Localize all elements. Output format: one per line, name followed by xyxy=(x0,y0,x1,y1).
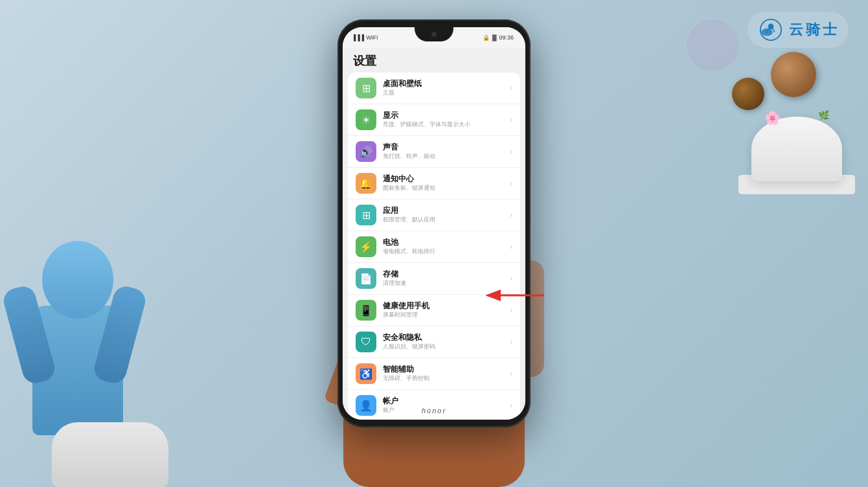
time-display: 09:36 xyxy=(499,34,514,41)
health-subtitle: 屏幕时间管理 xyxy=(383,311,510,319)
apps-content: 应用权限管理、默认应用 xyxy=(383,206,510,223)
wifi-icon: WiFi xyxy=(366,34,378,41)
display-content: 显示亮度、护眼模式、字体与显示大小 xyxy=(383,111,510,128)
display-subtitle: 亮度、护眼模式、字体与显示大小 xyxy=(383,121,510,129)
settings-item-wallpaper[interactable]: ⊞桌面和壁纸主题› xyxy=(348,73,520,104)
notification-icon: 🔔 xyxy=(356,173,376,194)
security-subtitle: 人脸识别、锁屏密码 xyxy=(383,343,510,351)
security-arrow: › xyxy=(510,337,512,346)
storage-title: 存储 xyxy=(383,269,510,280)
battery-arrow: › xyxy=(510,242,512,251)
settings-item-display[interactable]: ☀显示亮度、护眼模式、字体与显示大小› xyxy=(348,104,520,136)
assistant-arrow: › xyxy=(510,369,512,378)
display-icon: ☀ xyxy=(356,109,376,130)
notification-subtitle: 图标鱼标、锁屏通知 xyxy=(383,185,510,192)
settings-item-security[interactable]: 🛡安全和隐私人脸识别、锁屏密码› xyxy=(348,326,520,358)
assistant-content: 智能辅助无障碍、手势控制 xyxy=(383,365,510,382)
phone-screen: ▐▐▐ WiFi 🔒 ▓ 09:36 设置 ⊞桌面和壁纸主题›☀显示亮度、护眼模… xyxy=(343,27,525,420)
security-title: 安全和隐私 xyxy=(383,333,510,343)
notification-content: 通知中心图标鱼标、锁屏通知 xyxy=(383,174,510,192)
settings-list: ⊞桌面和壁纸主题›☀显示亮度、护眼模式、字体与显示大小›🔊声音免打扰、铃声、振动… xyxy=(348,73,520,420)
battery-icon: ⚡ xyxy=(356,236,376,257)
phone-hand-container: ▐▐▐ WiFi 🔒 ▓ 09:36 设置 ⊞桌面和壁纸主题›☀显示亮度、护眼模… xyxy=(304,0,564,487)
settings-item-account[interactable]: 👤帐户账户› xyxy=(348,390,520,420)
settings-item-sound[interactable]: 🔊声音免打扰、铃声、振动› xyxy=(348,136,520,168)
settings-item-assistant[interactable]: ♿智能辅助无障碍、手势控制› xyxy=(348,358,520,390)
storage-icon: 📄 xyxy=(356,268,376,289)
assistant-title: 智能辅助 xyxy=(383,365,510,375)
security-icon: 🛡 xyxy=(356,332,376,352)
battery-subtitle: 省电模式、耗电排行 xyxy=(383,248,510,256)
sound-title: 声音 xyxy=(383,142,510,153)
assistant-subtitle: 无障碍、手势控制 xyxy=(383,375,510,383)
display-arrow: › xyxy=(510,115,512,124)
phone-notch xyxy=(415,27,453,41)
account-title: 帐户 xyxy=(383,396,510,407)
battery-icon: ▓ xyxy=(492,34,497,41)
account-arrow: › xyxy=(510,401,512,410)
wallpaper-title: 桌面和壁纸 xyxy=(383,79,510,89)
wallpaper-content: 桌面和壁纸主题 xyxy=(383,79,510,96)
settings-title: 设置 xyxy=(343,48,525,73)
notification-title: 通知中心 xyxy=(383,174,510,185)
apps-icon: ⊞ xyxy=(356,205,376,225)
bg-decoration-left xyxy=(0,163,272,487)
annotation-arrow xyxy=(486,282,551,311)
phone-device: ▐▐▐ WiFi 🔒 ▓ 09:36 设置 ⊞桌面和壁纸主题›☀显示亮度、护眼模… xyxy=(337,19,531,427)
lock-icon: 🔒 xyxy=(483,34,490,41)
assistant-icon: ♿ xyxy=(356,363,376,384)
storage-arrow: › xyxy=(510,274,512,283)
sound-arrow: › xyxy=(510,147,512,156)
battery-title: 电池 xyxy=(383,238,510,248)
apps-subtitle: 权限管理、默认应用 xyxy=(383,216,510,224)
apps-title: 应用 xyxy=(383,206,510,216)
sound-subtitle: 免打扰、铃声、振动 xyxy=(383,153,510,161)
settings-item-battery[interactable]: ⚡电池省电模式、耗电排行› xyxy=(348,231,520,263)
wallpaper-subtitle: 主题 xyxy=(383,89,510,97)
settings-item-apps[interactable]: ⊞应用权限管理、默认应用› xyxy=(348,199,520,231)
account-icon: 👤 xyxy=(356,395,376,416)
status-left: ▐▐▐ WiFi xyxy=(352,34,378,41)
notification-arrow: › xyxy=(510,179,512,188)
sound-icon: 🔊 xyxy=(356,141,376,162)
honor-brand: honor xyxy=(422,407,446,414)
brand-logo: 云骑士 xyxy=(748,12,849,48)
wallpaper-arrow: › xyxy=(510,84,512,93)
status-right: 🔒 ▓ 09:36 xyxy=(483,34,514,41)
wallpaper-icon: ⊞ xyxy=(356,78,376,98)
battery-content: 电池省电模式、耗电排行 xyxy=(383,238,510,255)
brand-text: 云骑士 xyxy=(789,20,839,40)
security-content: 安全和隐私人脸识别、锁屏密码 xyxy=(383,333,510,350)
settings-item-notification[interactable]: 🔔通知中心图标鱼标、锁屏通知› xyxy=(348,168,520,199)
svg-line-4 xyxy=(773,28,775,32)
health-icon: 📱 xyxy=(356,300,376,321)
signal-icon: ▐▐▐ xyxy=(352,34,364,41)
display-title: 显示 xyxy=(383,111,510,121)
settings-page[interactable]: 设置 ⊞桌面和壁纸主题›☀显示亮度、护眼模式、字体与显示大小›🔊声音免打扰、铃声… xyxy=(343,48,525,420)
brand-icon xyxy=(757,16,785,44)
apps-arrow: › xyxy=(510,210,512,220)
sound-content: 声音免打扰、铃声、振动 xyxy=(383,142,510,160)
